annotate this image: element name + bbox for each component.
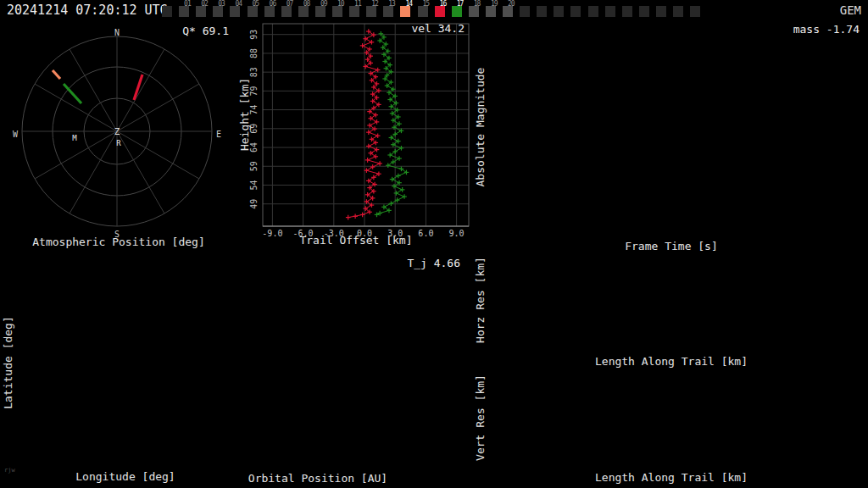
station-box-empty — [570, 6, 581, 17]
compass-label: E — [216, 130, 221, 139]
ground-map-chart — [0, 250, 237, 488]
station-box-13[interactable]: 13 — [383, 6, 393, 17]
y-tick-label: 49 — [249, 199, 259, 209]
vert-residuals-chart — [475, 364, 868, 488]
plot-frame — [263, 24, 469, 226]
polar-spoke — [70, 131, 117, 214]
station-box-label: 16 — [440, 0, 447, 8]
station-box-05[interactable]: 05 — [248, 6, 258, 17]
station-box-06[interactable]: 06 — [264, 6, 275, 17]
trail-offset-chart: -9.0-6.0-3.00.03.06.09.09388837974696459… — [237, 19, 475, 250]
vert-xlabel: Length Along Trail [km] — [475, 471, 868, 484]
station-box-empty — [162, 6, 172, 17]
station-box-16[interactable]: 16 — [435, 6, 445, 17]
station-box-label: 02 — [201, 0, 208, 8]
orbital-position-chart — [237, 250, 475, 488]
shower-code: GEM — [840, 3, 861, 17]
atmospheric-position-chart: NESWZMR — [0, 19, 237, 250]
polar-spoke — [35, 84, 117, 131]
station-box-10[interactable]: 10 — [332, 6, 342, 17]
meteor-streak-station-14 — [53, 70, 60, 79]
station-box-label: 09 — [320, 0, 327, 8]
app-window: 20241214 07:20:12 UTC 010203040506070809… — [0, 0, 868, 488]
station-box-empty — [520, 6, 530, 17]
station-box-label: 11 — [354, 0, 361, 8]
station-box-empty — [537, 6, 547, 17]
station-box-label: 10 — [337, 0, 344, 8]
trail-xlabel: Trail Offset [km] — [237, 234, 475, 247]
station-box-label: 01 — [184, 0, 191, 8]
vert-ylabel: Vert Res [km] — [474, 333, 487, 488]
station-box-08[interactable]: 08 — [298, 6, 309, 17]
station-box-label: 07 — [287, 0, 293, 8]
tisserand-value: T_j 4.66 — [339, 257, 460, 269]
station-box-label: 12 — [371, 0, 378, 8]
station-box-label: 05 — [253, 0, 259, 8]
station-box-empty — [605, 6, 615, 17]
polar-spoke — [117, 131, 164, 214]
station-box-label: 15 — [423, 0, 430, 8]
polar-spoke — [117, 84, 199, 131]
map-xlabel: Longitude [deg] — [7, 470, 244, 483]
station-box-02[interactable]: 02 — [196, 6, 206, 17]
station-box-label: 17 — [457, 0, 464, 8]
station-box-label: 03 — [218, 0, 225, 8]
station-box-03[interactable]: 03 — [213, 6, 223, 17]
meteor-streak-station-17 — [64, 84, 81, 103]
station-box-empty — [656, 6, 666, 17]
station-box-empty — [639, 6, 649, 17]
station-box-11[interactable]: 11 — [349, 6, 359, 17]
station-box-label: 18 — [474, 0, 481, 8]
station-box-07[interactable]: 07 — [281, 6, 292, 17]
point-label-M: M — [72, 134, 77, 142]
polar-spoke — [70, 49, 117, 131]
station-box-label: 20 — [508, 0, 515, 8]
series-line — [348, 31, 380, 218]
atmospheric-xlabel: Atmospheric Position [deg] — [0, 236, 237, 248]
map-ylabel: Latitude [deg] — [2, 278, 15, 447]
station-box-04[interactable]: 04 — [230, 6, 240, 17]
station-box-label: 13 — [388, 0, 395, 8]
magnitude-ylabel: Absolute Magnitude — [474, 42, 487, 212]
station-box-label: 06 — [270, 0, 276, 8]
q-value: Q* 69.1 — [119, 25, 229, 37]
mass-value: mass -1.74 — [721, 23, 860, 36]
station-box-label: 14 — [405, 0, 412, 8]
station-box-19[interactable]: 19 — [486, 6, 496, 17]
station-box-label: 04 — [235, 0, 242, 8]
zenith-label: Z — [114, 126, 120, 137]
station-box-empty — [673, 6, 683, 17]
station-box-01[interactable]: 01 — [179, 6, 189, 17]
station-box-empty — [622, 6, 632, 17]
orbit-xlabel: Orbital Position [AU] — [237, 472, 398, 485]
station-box-15[interactable]: 15 — [418, 6, 428, 17]
meteor-streak-station-16 — [134, 75, 142, 100]
polar-spoke — [117, 131, 199, 179]
point-label-R: R — [116, 139, 121, 147]
station-box-09[interactable]: 09 — [315, 6, 326, 17]
station-box-17[interactable]: 17 — [452, 6, 462, 17]
compass-label: W — [13, 130, 19, 139]
station-box-20[interactable]: 20 — [503, 6, 513, 17]
station-box-empty — [554, 6, 564, 17]
station-box-label: 19 — [491, 0, 498, 8]
station-box-18[interactable]: 18 — [469, 6, 479, 17]
polar-spoke — [117, 49, 164, 131]
watermark: rjw — [4, 467, 15, 474]
magnitude-chart — [475, 19, 868, 250]
station-box-empty — [690, 6, 700, 17]
station-strip: 0102030405060708091011121314151617181920 — [0, 0, 868, 19]
series-group — [346, 29, 409, 219]
station-box-empty — [588, 6, 598, 17]
velocity-value: vel 34.2 — [339, 22, 465, 35]
station-box-label: 08 — [303, 0, 310, 8]
station-box-14[interactable]: 14 — [400, 6, 410, 17]
trail-ylabel: Height [km] — [238, 30, 252, 199]
station-box-12[interactable]: 12 — [366, 6, 376, 17]
